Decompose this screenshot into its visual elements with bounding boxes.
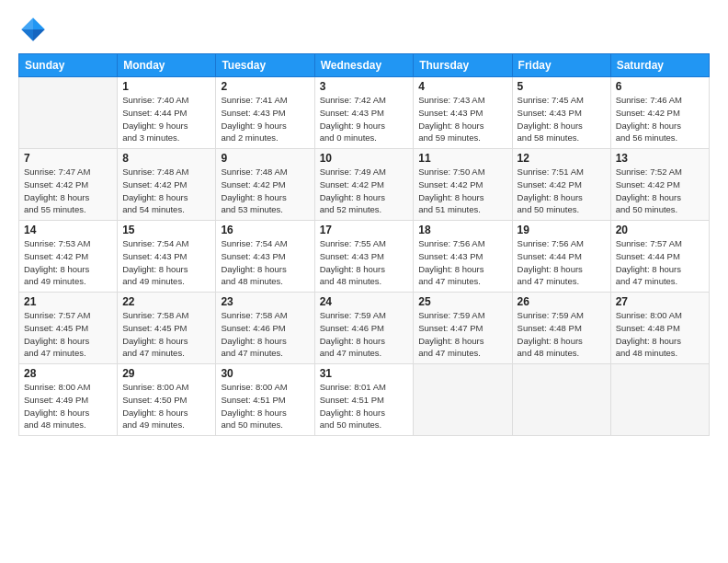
day-info: Sunrise: 7:48 AM Sunset: 4:42 PM Dayligh… <box>221 166 309 216</box>
day-number: 31 <box>320 367 409 380</box>
calendar-cell: 17Sunrise: 7:55 AM Sunset: 4:43 PM Dayli… <box>314 221 414 293</box>
day-info: Sunrise: 7:45 AM Sunset: 4:43 PM Dayligh… <box>518 94 606 144</box>
calendar-week-3: 21Sunrise: 7:57 AM Sunset: 4:45 PM Dayli… <box>19 293 710 364</box>
day-info: Sunrise: 7:59 AM Sunset: 4:46 PM Dayligh… <box>320 309 409 360</box>
day-number: 22 <box>122 295 210 308</box>
calendar-cell: 15Sunrise: 7:54 AM Sunset: 4:43 PM Dayli… <box>118 221 216 293</box>
day-info: Sunrise: 7:56 AM Sunset: 4:43 PM Dayligh… <box>418 237 506 288</box>
day-number: 13 <box>616 152 704 165</box>
calendar-cell: 27Sunrise: 8:00 AM Sunset: 4:48 PM Dayli… <box>610 293 709 364</box>
calendar-cell: 16Sunrise: 7:54 AM Sunset: 4:43 PM Dayli… <box>216 221 314 293</box>
day-number: 5 <box>518 80 606 93</box>
day-number: 26 <box>518 295 606 308</box>
svg-marker-1 <box>33 29 45 41</box>
logo-icon <box>18 15 48 44</box>
calendar-cell: 13Sunrise: 7:52 AM Sunset: 4:42 PM Dayli… <box>610 149 709 221</box>
day-number: 23 <box>221 295 309 308</box>
day-number: 12 <box>518 152 606 165</box>
day-number: 25 <box>418 295 506 308</box>
day-info: Sunrise: 7:56 AM Sunset: 4:44 PM Dayligh… <box>518 237 606 288</box>
calendar-cell: 7Sunrise: 7:47 AM Sunset: 4:42 PM Daylig… <box>19 149 118 221</box>
calendar-week-4: 28Sunrise: 8:00 AM Sunset: 4:49 PM Dayli… <box>19 364 710 436</box>
calendar-header-sunday: Sunday <box>19 54 118 77</box>
calendar-cell: 1Sunrise: 7:40 AM Sunset: 4:44 PM Daylig… <box>118 77 216 149</box>
calendar-cell: 6Sunrise: 7:46 AM Sunset: 4:42 PM Daylig… <box>610 77 709 149</box>
day-info: Sunrise: 7:50 AM Sunset: 4:42 PM Dayligh… <box>418 166 506 216</box>
calendar-header-wednesday: Wednesday <box>314 54 414 77</box>
calendar-cell: 30Sunrise: 8:00 AM Sunset: 4:51 PM Dayli… <box>216 364 314 436</box>
header <box>18 15 710 44</box>
calendar-cell: 26Sunrise: 7:59 AM Sunset: 4:48 PM Dayli… <box>512 293 610 364</box>
calendar: SundayMondayTuesdayWednesdayThursdayFrid… <box>18 53 710 436</box>
calendar-cell <box>512 364 610 436</box>
calendar-header-tuesday: Tuesday <box>216 54 314 77</box>
day-number: 8 <box>122 152 210 165</box>
day-number: 21 <box>24 295 112 308</box>
calendar-cell <box>414 364 512 436</box>
day-number: 19 <box>518 224 606 236</box>
calendar-cell <box>19 77 118 149</box>
day-info: Sunrise: 7:47 AM Sunset: 4:42 PM Dayligh… <box>24 166 112 216</box>
calendar-week-0: 1Sunrise: 7:40 AM Sunset: 4:44 PM Daylig… <box>19 77 710 149</box>
day-number: 28 <box>24 367 112 380</box>
day-number: 7 <box>24 152 112 165</box>
day-info: Sunrise: 7:41 AM Sunset: 4:43 PM Dayligh… <box>221 94 309 144</box>
day-number: 14 <box>24 224 112 236</box>
day-info: Sunrise: 7:54 AM Sunset: 4:43 PM Dayligh… <box>221 237 309 288</box>
calendar-week-2: 14Sunrise: 7:53 AM Sunset: 4:42 PM Dayli… <box>19 221 710 293</box>
day-info: Sunrise: 7:59 AM Sunset: 4:47 PM Dayligh… <box>418 309 506 360</box>
calendar-cell: 14Sunrise: 7:53 AM Sunset: 4:42 PM Dayli… <box>19 221 118 293</box>
day-info: Sunrise: 7:40 AM Sunset: 4:44 PM Dayligh… <box>122 94 210 144</box>
calendar-cell: 8Sunrise: 7:48 AM Sunset: 4:42 PM Daylig… <box>118 149 216 221</box>
day-info: Sunrise: 8:00 AM Sunset: 4:49 PM Dayligh… <box>24 381 112 431</box>
calendar-cell: 20Sunrise: 7:57 AM Sunset: 4:44 PM Dayli… <box>610 221 709 293</box>
calendar-cell: 2Sunrise: 7:41 AM Sunset: 4:43 PM Daylig… <box>216 77 314 149</box>
day-number: 30 <box>221 367 309 380</box>
day-number: 29 <box>122 367 210 380</box>
day-number: 9 <box>221 152 309 165</box>
day-info: Sunrise: 7:51 AM Sunset: 4:42 PM Dayligh… <box>518 166 606 216</box>
day-number: 27 <box>616 295 704 308</box>
calendar-header-friday: Friday <box>512 54 610 77</box>
day-info: Sunrise: 7:53 AM Sunset: 4:42 PM Dayligh… <box>24 237 112 288</box>
calendar-cell: 25Sunrise: 7:59 AM Sunset: 4:47 PM Dayli… <box>414 293 512 364</box>
day-info: Sunrise: 8:00 AM Sunset: 4:51 PM Dayligh… <box>221 381 309 431</box>
day-number: 2 <box>221 80 309 93</box>
calendar-header-monday: Monday <box>118 54 216 77</box>
day-number: 3 <box>320 80 409 93</box>
day-number: 4 <box>418 80 506 93</box>
day-number: 6 <box>616 80 704 93</box>
calendar-header-row: SundayMondayTuesdayWednesdayThursdayFrid… <box>19 54 710 77</box>
day-info: Sunrise: 7:43 AM Sunset: 4:43 PM Dayligh… <box>418 94 506 144</box>
page: SundayMondayTuesdayWednesdayThursdayFrid… <box>0 0 728 563</box>
calendar-cell: 21Sunrise: 7:57 AM Sunset: 4:45 PM Dayli… <box>19 293 118 364</box>
day-info: Sunrise: 7:49 AM Sunset: 4:42 PM Dayligh… <box>320 166 409 216</box>
calendar-cell: 4Sunrise: 7:43 AM Sunset: 4:43 PM Daylig… <box>414 77 512 149</box>
day-info: Sunrise: 7:58 AM Sunset: 4:46 PM Dayligh… <box>221 309 309 360</box>
calendar-week-1: 7Sunrise: 7:47 AM Sunset: 4:42 PM Daylig… <box>19 149 710 221</box>
day-number: 1 <box>122 80 210 93</box>
day-number: 18 <box>418 224 506 236</box>
day-info: Sunrise: 7:55 AM Sunset: 4:43 PM Dayligh… <box>320 237 409 288</box>
svg-marker-3 <box>21 29 33 41</box>
calendar-cell: 23Sunrise: 7:58 AM Sunset: 4:46 PM Dayli… <box>216 293 314 364</box>
day-number: 17 <box>320 224 409 236</box>
calendar-header-thursday: Thursday <box>414 54 512 77</box>
day-info: Sunrise: 7:58 AM Sunset: 4:45 PM Dayligh… <box>122 309 210 360</box>
day-info: Sunrise: 7:42 AM Sunset: 4:43 PM Dayligh… <box>320 94 409 144</box>
day-info: Sunrise: 7:46 AM Sunset: 4:42 PM Dayligh… <box>616 94 704 144</box>
calendar-cell: 9Sunrise: 7:48 AM Sunset: 4:42 PM Daylig… <box>216 149 314 221</box>
calendar-cell: 10Sunrise: 7:49 AM Sunset: 4:42 PM Dayli… <box>314 149 414 221</box>
calendar-cell: 31Sunrise: 8:01 AM Sunset: 4:51 PM Dayli… <box>314 364 414 436</box>
day-info: Sunrise: 7:57 AM Sunset: 4:45 PM Dayligh… <box>24 309 112 360</box>
calendar-cell: 28Sunrise: 8:00 AM Sunset: 4:49 PM Dayli… <box>19 364 118 436</box>
day-info: Sunrise: 7:59 AM Sunset: 4:48 PM Dayligh… <box>518 309 606 360</box>
calendar-header-saturday: Saturday <box>610 54 709 77</box>
day-number: 15 <box>122 224 210 236</box>
day-info: Sunrise: 8:00 AM Sunset: 4:48 PM Dayligh… <box>616 309 704 360</box>
day-info: Sunrise: 7:54 AM Sunset: 4:43 PM Dayligh… <box>122 237 210 288</box>
calendar-cell: 3Sunrise: 7:42 AM Sunset: 4:43 PM Daylig… <box>314 77 414 149</box>
calendar-cell <box>610 364 709 436</box>
day-number: 10 <box>320 152 409 165</box>
day-number: 24 <box>320 295 409 308</box>
